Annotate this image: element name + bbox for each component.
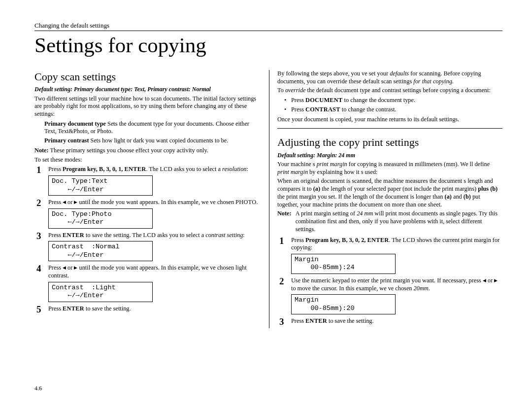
default-margin-line: Default setting: Margin: 24 mm — [277, 152, 502, 159]
lcd-doc-photo: Doc. Type:Photo ←/→/Enter — [48, 208, 153, 229]
margin-intro: Your machine s print margin for copying … — [277, 161, 502, 176]
lcd-margin-24: Margin 00-85mm):24 — [291, 254, 396, 274]
header-rule — [34, 31, 502, 31]
step-5: 5 Press ENTER to save the setting. — [34, 305, 261, 313]
lcd-contrast-normal: Contrast :Normal ←/→/Enter — [48, 241, 153, 261]
right-column: By following the steps above, you ve set… — [269, 70, 502, 328]
default-setting-line: Default setting: Primary document type: … — [34, 86, 261, 93]
left-column: Copy scan settings Default setting: Prim… — [34, 70, 269, 328]
section-adjust-print: Adjusting the copy print settings — [277, 136, 502, 149]
primary-doc-type: Primary document type Sets the document … — [44, 120, 261, 136]
lcd-contrast-light: Contrast :Light ←/→/Enter — [48, 282, 153, 302]
r-step-3: 3 Press ENTER to save the setting. — [277, 317, 502, 325]
bullet-contrast: Press CONTRAST to change the contrast. — [286, 106, 502, 114]
left-arrow-icon: ◀ — [483, 278, 486, 283]
lcd-doc-text: Doc. Type:Text ←/→/Enter — [48, 175, 153, 196]
primary-contrast: Primary contrast Sets how light or dark … — [44, 137, 261, 145]
step-4: 4 Press ◀ or ▶ until the mode you want a… — [34, 264, 261, 302]
lcd-margin-20: Margin 00-85mm):20 — [291, 294, 396, 314]
r-step-1: 1 Press Program key, B, 3, 0, 2, ENTER. … — [277, 237, 502, 274]
bullet-document: Press DOCUMENT to change the document ty… — [286, 97, 502, 104]
override-intro-2: To override the default document type an… — [277, 87, 502, 95]
step-1: 1 Press Program key, B, 3, 0, 1, ENTER. … — [34, 166, 261, 196]
margin-explain: When an original document is scanned, th… — [277, 177, 502, 208]
step-3: 3 Press ENTER to save the setting. The L… — [34, 232, 261, 262]
lead-in: To set these modes: — [34, 156, 261, 164]
page-number: 4.6 — [34, 385, 42, 392]
r-step-2: 2 Use the numeric keypad to enter the pr… — [277, 277, 502, 314]
section-copy-scan: Copy scan settings — [34, 70, 261, 84]
override-intro-1: By following the steps above, you ve set… — [277, 70, 502, 85]
left-arrow-icon: ◀ — [63, 200, 66, 205]
right-arrow-icon: ▶ — [494, 278, 498, 283]
note-1: Note: These primary settings you choose … — [34, 147, 261, 155]
page-title: Settings for copying — [34, 33, 502, 57]
return-default: Once your document is copied, your machi… — [277, 116, 502, 124]
divider — [277, 128, 502, 129]
note-2: Note: A print margin setting of 24 mm wi… — [277, 210, 502, 233]
intro-text: Two different settings tell your machine… — [34, 95, 261, 118]
breadcrumb: Changing the default settings — [34, 22, 502, 30]
left-arrow-icon: ◀ — [63, 265, 66, 270]
step-2: 2 Press ◀ or ▶ until the mode you want a… — [34, 199, 261, 229]
